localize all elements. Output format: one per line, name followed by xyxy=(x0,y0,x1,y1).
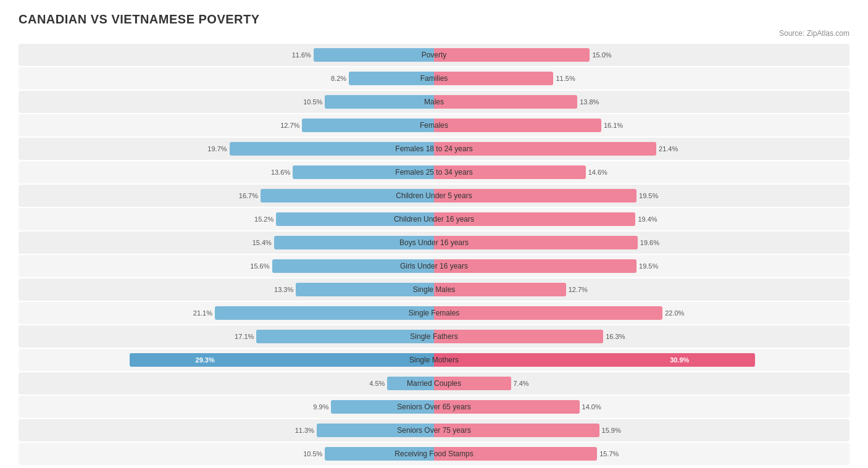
val-right: 15.0% xyxy=(592,51,611,59)
val-right: 12.7% xyxy=(569,286,588,293)
val-right: 13.8% xyxy=(580,98,599,106)
val-right: 16.3% xyxy=(606,333,625,340)
chart-row: Single Males13.3%12.7% xyxy=(19,278,849,301)
chart-row: Single Fathers17.1%16.3% xyxy=(19,325,849,348)
val-right: 11.5% xyxy=(556,75,575,82)
chart-row: Females12.7%16.1% xyxy=(19,114,849,136)
bar-right xyxy=(434,306,662,320)
chart-row: Single Mothers29.3%30.9% xyxy=(19,349,849,371)
bar-left xyxy=(256,330,434,343)
val-left: 11.6% xyxy=(292,51,311,59)
val-right: 19.6% xyxy=(640,239,659,246)
chart-row: Males10.5%13.8% xyxy=(19,91,849,113)
val-left: 15.4% xyxy=(252,239,272,246)
bar-area: Females12.7%16.1% xyxy=(19,114,849,136)
bar-area: Single Mothers29.3%30.9% xyxy=(19,349,849,371)
bar-left xyxy=(325,95,434,109)
bar-right xyxy=(434,353,755,367)
chart-row: Females 18 to 24 years19.7%21.4% xyxy=(19,138,849,160)
bar-area: Families8.2%11.5% xyxy=(19,67,849,90)
bar-area: Poverty11.6%15.0% xyxy=(19,44,849,66)
val-right: 7.4% xyxy=(514,380,529,387)
bar-left xyxy=(274,236,434,249)
val-right: 14.6% xyxy=(588,169,607,176)
val-left: 21.1% xyxy=(193,309,212,317)
bar-area: Single Females21.1%22.0% xyxy=(19,302,849,324)
bar-left xyxy=(387,377,434,390)
val-left: 13.6% xyxy=(271,169,290,176)
val-right: 22.0% xyxy=(665,309,684,317)
bar-right xyxy=(434,72,553,85)
bar-left xyxy=(293,165,434,179)
val-right: 16.1% xyxy=(604,122,623,129)
bar-left xyxy=(130,353,434,367)
bar-left xyxy=(230,142,434,156)
bar-left xyxy=(331,400,434,414)
chart-row: Seniors Over 75 years11.3%15.9% xyxy=(19,419,849,441)
bar-right xyxy=(434,447,597,461)
source-label: Source: ZipAtlas.com xyxy=(19,29,849,38)
chart-row: Boys Under 16 years15.4%19.6% xyxy=(19,232,849,254)
bar-area: Children Under 5 years16.7%19.5% xyxy=(19,185,849,207)
val-right: 15.7% xyxy=(599,450,619,458)
bar-left xyxy=(349,72,434,85)
val-left: 17.1% xyxy=(235,333,254,340)
bar-area: Children Under 16 years15.2%19.4% xyxy=(19,208,849,230)
bar-area: Females 25 to 34 years13.6%14.6% xyxy=(19,161,849,183)
val-left: 9.9% xyxy=(313,403,328,411)
chart-row: Females 25 to 34 years13.6%14.6% xyxy=(19,161,849,183)
chart-row: Children Under 5 years16.7%19.5% xyxy=(19,185,849,207)
bar-right xyxy=(434,330,603,343)
bar-area: Boys Under 16 years15.4%19.6% xyxy=(19,232,849,254)
chart-row: Married Couples4.5%7.4% xyxy=(19,372,849,395)
bar-right xyxy=(434,424,599,437)
val-left: 11.3% xyxy=(295,427,314,434)
val-left: 13.3% xyxy=(274,286,293,293)
val-left: 10.5% xyxy=(303,450,322,458)
chart-row: Poverty11.6%15.0% xyxy=(19,44,849,66)
bar-left xyxy=(215,306,434,320)
bar-left xyxy=(276,212,434,226)
val-left: 4.5% xyxy=(369,380,385,387)
bar-area: Single Fathers17.1%16.3% xyxy=(19,325,849,348)
chart-container: Poverty11.6%15.0%Families8.2%11.5%Males1… xyxy=(19,44,849,465)
bar-area: Females 18 to 24 years19.7%21.4% xyxy=(19,138,849,160)
val-right: 14.0% xyxy=(582,403,601,411)
chart-row: Single Females21.1%22.0% xyxy=(19,302,849,324)
val-left: 8.2% xyxy=(331,75,346,82)
bar-right xyxy=(434,142,656,156)
val-left: 29.3% xyxy=(196,356,215,364)
bar-right xyxy=(434,283,566,296)
bar-right xyxy=(434,259,636,273)
chart-row: Receiving Food Stamps10.5%15.7% xyxy=(19,443,849,465)
val-right: 30.9% xyxy=(670,356,689,364)
bar-area: Seniors Over 75 years11.3%15.9% xyxy=(19,419,849,441)
bar-left xyxy=(317,424,434,437)
bar-left xyxy=(302,119,434,132)
val-left: 15.2% xyxy=(254,215,273,223)
chart-row: Children Under 16 years15.2%19.4% xyxy=(19,208,849,230)
bar-area: Married Couples4.5%7.4% xyxy=(19,372,849,395)
bar-area: Seniors Over 65 years9.9%14.0% xyxy=(19,396,849,418)
val-left: 16.7% xyxy=(239,192,258,199)
val-right: 19.5% xyxy=(639,262,658,270)
bar-right xyxy=(434,377,511,390)
bar-right xyxy=(434,165,586,179)
bar-area: Receiving Food Stamps10.5%15.7% xyxy=(19,443,849,465)
bar-left xyxy=(296,283,434,296)
bar-right xyxy=(434,48,590,62)
chart-row: Girls Under 16 years15.6%19.5% xyxy=(19,255,849,277)
chart-row: Families8.2%11.5% xyxy=(19,67,849,90)
val-left: 10.5% xyxy=(303,98,322,106)
val-right: 19.4% xyxy=(638,215,657,223)
val-right: 15.9% xyxy=(602,427,621,434)
bar-left xyxy=(272,259,434,273)
val-left: 19.7% xyxy=(207,145,227,153)
bar-area: Girls Under 16 years15.6%19.5% xyxy=(19,255,849,277)
chart-row: Seniors Over 65 years9.9%14.0% xyxy=(19,396,849,418)
bar-left xyxy=(314,48,434,62)
bar-left xyxy=(325,447,434,461)
bar-right xyxy=(434,189,636,203)
bar-area: Single Males13.3%12.7% xyxy=(19,278,849,301)
val-right: 21.4% xyxy=(659,145,678,153)
